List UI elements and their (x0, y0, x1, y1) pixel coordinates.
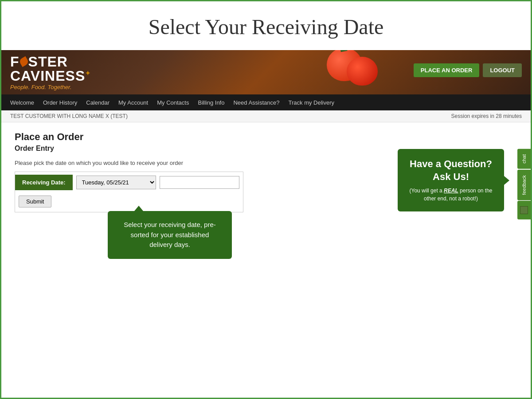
place-order-button[interactable]: PLACE AN ORDER (414, 63, 480, 77)
order-form: Receiving Date: Tuesday, 05/25/21 Thursd… (15, 172, 243, 212)
site-header: FSTERCAVINESS✦ People. Food. Together. P… (1, 50, 531, 94)
nav-calendar[interactable]: Calendar (86, 99, 110, 106)
logo-leaf-icon (18, 56, 29, 67)
nav-my-contacts[interactable]: My Contacts (157, 99, 189, 106)
question-box-subtitle: (You will get a REAL person on the other… (408, 187, 493, 203)
tomato-decoration (322, 50, 376, 94)
nav-my-account[interactable]: My Account (118, 99, 148, 106)
receiving-date-label: Receiving Date: (15, 175, 73, 190)
question-box: Have a Question?Ask Us! (You will get a … (398, 149, 504, 211)
logo-area: FSTERCAVINESS✦ People. Food. Together. (10, 55, 91, 90)
nav-welcome[interactable]: Welcome (10, 99, 34, 106)
submit-button[interactable]: Submit (19, 196, 51, 207)
tooltip-callout: Select your receiving date, pre-sorted f… (108, 211, 232, 259)
tooltip-text: Select your receiving date, pre-sorted f… (124, 221, 216, 248)
customer-name: TEST CUSTOMER WITH LONG NAME X (TEST) (10, 113, 128, 119)
sidebar-tabs: chat feedback (517, 149, 531, 219)
header-buttons: PLACE AN ORDER LOGOUT (414, 63, 522, 77)
chat-tab[interactable]: chat (517, 149, 531, 169)
submit-row: Submit (15, 193, 243, 212)
feedback-tab[interactable]: feedback (517, 170, 531, 200)
feedback-tab-label: feedback (521, 175, 527, 195)
feedback-checkbox-icon (520, 206, 528, 214)
nav-billing-info[interactable]: Billing Info (198, 99, 224, 106)
nav-order-history[interactable]: Order History (43, 99, 77, 106)
date-input-extra[interactable] (160, 176, 239, 189)
logo-tagline: People. Food. Together. (10, 84, 91, 90)
page-title: Select Your Receiving Date (1, 15, 531, 39)
nav-need-assistance[interactable]: Need Assistance? (233, 99, 279, 106)
logo-text: FSTERCAVINESS✦ (10, 55, 91, 83)
nav-track-delivery[interactable]: Track my Delivery (289, 99, 335, 106)
navigation-bar: Welcome Order History Calendar My Accoun… (1, 94, 531, 110)
real-emphasis: REAL (444, 188, 458, 194)
chat-tab-label: chat (521, 154, 527, 164)
receiving-date-select[interactable]: Tuesday, 05/25/21 Thursday, 05/27/21 Tue… (76, 176, 156, 189)
question-box-title: Have a Question?Ask Us! (408, 158, 493, 183)
feedback-checkbox-tab[interactable] (517, 201, 531, 219)
main-content: Place an Order Order Entry Please pick t… (1, 122, 531, 221)
place-order-title: Place an Order (15, 131, 517, 143)
form-row-date: Receiving Date: Tuesday, 05/25/21 Thursd… (15, 172, 243, 193)
logout-button[interactable]: LOGOUT (483, 63, 522, 77)
page-title-area: Select Your Receiving Date (1, 1, 531, 50)
session-bar: TEST CUSTOMER WITH LONG NAME X (TEST) Se… (1, 110, 531, 122)
session-info: Session expires in 28 minutes (451, 113, 522, 119)
tomato-2 (347, 57, 378, 86)
